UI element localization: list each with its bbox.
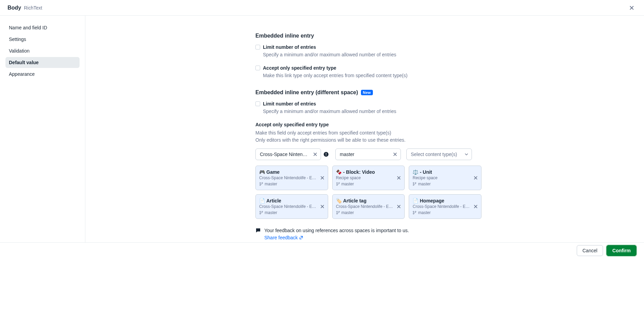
content-type-placeholder: Select content type(s) [411, 152, 462, 157]
chip-title: 🍫- Block: Video [336, 169, 393, 175]
cancel-button[interactable]: Cancel [577, 245, 603, 256]
feedback-text: Your feedback on using references across… [264, 227, 409, 234]
option-label: Limit number of entries [263, 101, 316, 107]
chip-space: Recipe space [336, 175, 393, 180]
svg-point-14 [338, 211, 339, 212]
info-icon[interactable]: ! [324, 152, 328, 157]
svg-point-8 [415, 183, 416, 184]
svg-point-12 [336, 211, 337, 212]
branch-icon [412, 211, 417, 215]
chip-space: Cross-Space Nintendolife - E… [412, 204, 470, 209]
section-embedded-inline-diff-space: Embedded inline entry (different space) … [255, 89, 474, 240]
svg-point-1 [260, 185, 261, 186]
option-label: Limit number of entries [263, 44, 316, 50]
filter-row: Cross-Space Nintendolife … ! master [255, 149, 474, 160]
close-button[interactable] [627, 3, 636, 13]
sidebar-item-appearance[interactable]: Appearance [5, 69, 80, 80]
chip-env: master [412, 210, 470, 215]
sidebar-item-name-id[interactable]: Name and field ID [5, 22, 80, 33]
svg-point-5 [338, 183, 339, 184]
svg-point-7 [413, 185, 414, 186]
close-icon [473, 175, 478, 180]
svg-point-0 [260, 183, 261, 184]
chip-env: master [259, 210, 316, 215]
remove-chip-button[interactable] [396, 204, 402, 209]
chip-space: Cross-Space Nintendolife - E… [336, 204, 393, 209]
section-title-text: Embedded inline entry (different space) [255, 89, 358, 96]
type-chip-unit: ⚖️- Unit Recipe space master [409, 166, 481, 190]
clear-space-icon[interactable] [313, 152, 318, 157]
checkbox-accept-type[interactable] [255, 66, 260, 70]
chip-env: master [412, 182, 470, 186]
svg-point-3 [336, 183, 337, 184]
branch-icon [259, 211, 263, 215]
subsection-desc1: Make this field only accept entries from… [255, 129, 474, 137]
chip-title: 📄Article [259, 198, 316, 203]
chip-space: Recipe space [412, 175, 470, 180]
space-select[interactable]: Cross-Space Nintendolife … [255, 149, 321, 160]
type-chip-article-tag: 🏷️Article tag Cross-Space Nintendolife -… [332, 194, 405, 219]
close-icon [473, 204, 478, 209]
modal-title: Body [8, 5, 21, 11]
sidebar-item-settings[interactable]: Settings [5, 34, 80, 45]
checkbox-limit-entries[interactable] [255, 45, 260, 50]
branch-icon [259, 182, 263, 186]
content-pane[interactable]: Embedded inline entry Limit number of en… [85, 16, 644, 242]
remove-chip-button[interactable] [473, 175, 478, 181]
section-embedded-inline-entry: Embedded inline entry Limit number of en… [255, 33, 474, 79]
chip-space: Cross-Space Nintendolife - E… [259, 204, 316, 209]
remove-chip-button[interactable] [320, 204, 325, 209]
content-type-select[interactable]: Select content type(s) [406, 149, 472, 160]
speech-bubble-icon [255, 228, 261, 233]
svg-point-10 [260, 213, 261, 214]
modal-body: Name and field ID Settings Validation De… [0, 16, 644, 242]
option-accept-type: Accept only specified entry type Make th… [255, 65, 474, 79]
chip-emoji: 📄 [412, 198, 418, 203]
section-title: Embedded inline entry [255, 33, 474, 39]
option-desc: Make this link type only accept entries … [263, 72, 474, 79]
chip-env: master [259, 182, 316, 186]
env-select[interactable]: master [335, 149, 401, 160]
remove-chip-button[interactable] [396, 175, 402, 181]
checkbox-limit-entries-diff[interactable] [255, 101, 260, 106]
chip-env: master [336, 210, 393, 215]
option-label: Accept only specified entry type [263, 65, 336, 71]
selected-types-grid: 🎮Game Cross-Space Nintendolife - E… mast… [255, 166, 474, 219]
space-select-wrap: Cross-Space Nintendolife … ! [255, 149, 321, 160]
accept-specified-type-subsection: Accept only specified entry type Make th… [255, 122, 474, 240]
chip-title: ⚖️- Unit [412, 169, 470, 175]
svg-point-13 [336, 213, 337, 214]
env-select-value: master [340, 152, 388, 157]
branch-icon [336, 182, 340, 186]
modal-footer: Cancel Confirm [0, 242, 644, 258]
clear-env-icon[interactable] [393, 152, 397, 157]
sidebar-item-validation[interactable]: Validation [5, 45, 80, 56]
sidebar: Name and field ID Settings Validation De… [0, 16, 85, 242]
external-link-icon [299, 236, 303, 240]
chip-title: 🎮Game [259, 169, 316, 175]
space-select-value: Cross-Space Nintendolife … [260, 152, 308, 157]
type-chip-article: 📄Article Cross-Space Nintendolife - E… m… [255, 194, 328, 219]
chip-space: Cross-Space Nintendolife - E… [259, 175, 316, 180]
modal-header: Body RichText [0, 0, 644, 16]
share-feedback-link[interactable]: Share feedback [264, 235, 303, 240]
confirm-button[interactable]: Confirm [606, 245, 636, 256]
chip-emoji: 🏷️ [336, 198, 342, 203]
svg-point-4 [336, 185, 337, 186]
remove-chip-button[interactable] [473, 204, 478, 209]
svg-point-15 [413, 211, 414, 212]
option-desc: Specify a minimum and/or maximum allowed… [263, 108, 474, 115]
close-icon [320, 204, 325, 209]
svg-point-6 [413, 183, 414, 184]
sidebar-item-default-value[interactable]: Default value [5, 57, 80, 68]
chip-emoji: 🍫 [336, 169, 342, 175]
close-icon [396, 204, 401, 209]
chip-env: master [336, 182, 393, 186]
chip-emoji: 📄 [259, 198, 265, 203]
svg-point-16 [413, 213, 414, 214]
chip-emoji: 🎮 [259, 169, 265, 175]
svg-point-9 [260, 211, 261, 212]
modal-subtitle: RichText [24, 5, 42, 11]
remove-chip-button[interactable] [320, 175, 325, 181]
chip-emoji: ⚖️ [412, 169, 418, 175]
